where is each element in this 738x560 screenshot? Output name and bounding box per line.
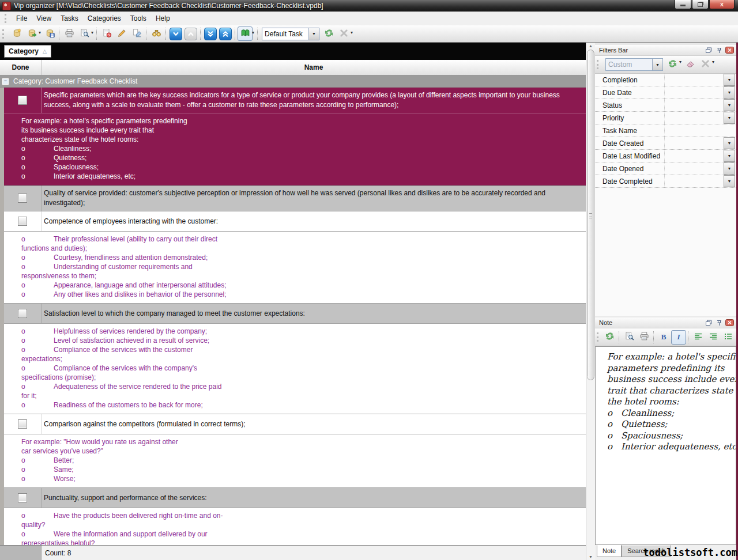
- note-print-preview-button[interactable]: [622, 330, 637, 345]
- bullet-list-button[interactable]: [721, 330, 736, 345]
- scroll-up-icon[interactable]: ▲: [586, 44, 595, 48]
- italic-button[interactable]: I: [671, 330, 686, 345]
- task-checkbox[interactable]: [18, 96, 27, 105]
- minimize-button[interactable]: [675, 0, 691, 9]
- refresh-note-button[interactable]: [602, 330, 617, 345]
- category-group-row[interactable]: − Category: Customer Feedback Checklist: [0, 75, 586, 88]
- dropdown-caret[interactable]: ▾: [252, 30, 254, 35]
- filter-dropdown-button[interactable]: ▼: [724, 137, 735, 149]
- task-note[interactable]: For example: "How would you rate us agai…: [4, 434, 586, 488]
- filter-dropdown-button[interactable]: ▼: [724, 175, 735, 187]
- task-template-combo[interactable]: Default Task▼: [262, 28, 319, 40]
- task-row[interactable]: Competence of employees interacting with…: [4, 211, 586, 232]
- panel-close-icon[interactable]: [725, 319, 735, 327]
- close-button[interactable]: X: [709, 0, 735, 9]
- filter-dropdown-button[interactable]: ▼: [724, 74, 735, 86]
- scroll-down-icon[interactable]: ▼: [586, 555, 595, 559]
- print-button[interactable]: [62, 27, 77, 41]
- task-checkbox[interactable]: [18, 194, 27, 203]
- clear-template-button[interactable]: [336, 27, 351, 41]
- toolbar-overflow-caret[interactable]: ▾: [712, 59, 714, 65]
- apply-filter-button[interactable]: [665, 58, 680, 72]
- task-row[interactable]: Punctuality, support and performance of …: [4, 488, 586, 508]
- panel-close-icon[interactable]: [725, 47, 735, 54]
- toolbar-overflow-caret[interactable]: ▾: [351, 30, 353, 35]
- filter-dropdown-button[interactable]: ▼: [724, 86, 735, 99]
- filter-preset-combo[interactable]: Custom▼: [605, 58, 663, 71]
- filter-value-cell[interactable]: [664, 137, 724, 149]
- apply-template-button[interactable]: [321, 27, 336, 41]
- panel-pin-icon[interactable]: [714, 319, 724, 327]
- filter-value-cell[interactable]: [664, 175, 724, 187]
- filter-value-cell[interactable]: [664, 124, 736, 137]
- task-row[interactable]: Comparison against the competitors (form…: [4, 414, 586, 434]
- filter-value-cell[interactable]: [664, 99, 724, 111]
- task-checkbox[interactable]: [18, 217, 27, 226]
- print-preview-icon: [80, 28, 89, 40]
- task-note[interactable]: oTheir professional level (ability to ca…: [4, 232, 586, 304]
- move-down-button[interactable]: [168, 27, 183, 41]
- align-right-button[interactable]: [706, 330, 721, 345]
- dropdown-caret[interactable]: ▾: [39, 30, 41, 35]
- move-to-bottom-button[interactable]: [203, 27, 218, 41]
- clear-filter-button[interactable]: [683, 58, 698, 72]
- notes-view-button[interactable]: [238, 27, 253, 41]
- move-to-top-button[interactable]: [218, 27, 233, 41]
- filter-value-cell[interactable]: [664, 150, 724, 162]
- task-checkbox[interactable]: [18, 493, 27, 502]
- save-database-button[interactable]: [42, 27, 57, 41]
- menu-file[interactable]: File: [12, 13, 32, 24]
- filter-dropdown-button[interactable]: ▼: [724, 99, 735, 111]
- task-checkbox[interactable]: [18, 419, 27, 429]
- move-up-button[interactable]: [183, 27, 198, 41]
- menu-categories[interactable]: Categories: [83, 13, 126, 24]
- task-note[interactable]: For example: a hotel's specific paramete…: [4, 113, 586, 186]
- note-line-text: Appearance, language and other interpers…: [54, 281, 227, 290]
- vertical-scrollbar[interactable]: ▲ ▼: [586, 43, 595, 560]
- filter-dropdown-button[interactable]: ▼: [724, 162, 735, 175]
- panel-pin-icon[interactable]: [714, 47, 724, 54]
- task-note[interactable]: oHelpfulness of services rendered by the…: [4, 324, 586, 414]
- menu-tools[interactable]: Tools: [126, 13, 151, 24]
- task-checkbox[interactable]: [18, 309, 27, 318]
- filter-value-cell[interactable]: [664, 86, 724, 99]
- open-database-button[interactable]: [24, 27, 39, 41]
- task-note[interactable]: oHave the products been delivered right …: [4, 508, 586, 545]
- scrollbar-thumb[interactable]: [587, 50, 594, 380]
- delete-filter-button[interactable]: [698, 58, 713, 72]
- chevron-down-icon[interactable]: ▼: [308, 28, 319, 40]
- note-print-button[interactable]: [637, 330, 652, 345]
- group-by-category-button[interactable]: Category △: [4, 45, 51, 58]
- new-task-button[interactable]: [99, 27, 114, 41]
- menu-help[interactable]: Help: [151, 13, 175, 24]
- menu-view[interactable]: View: [32, 13, 56, 24]
- dropdown-caret[interactable]: ▾: [91, 30, 93, 35]
- find-button[interactable]: [149, 27, 164, 41]
- restore-button[interactable]: [692, 0, 709, 9]
- chevron-down-icon[interactable]: ▼: [652, 59, 662, 70]
- align-left-button[interactable]: [691, 330, 706, 345]
- collapse-icon[interactable]: −: [2, 78, 9, 85]
- note-editor[interactable]: For example: a hotel's specificparameter…: [595, 346, 736, 545]
- filter-value-cell[interactable]: [664, 112, 724, 124]
- menu-tasks[interactable]: Tasks: [56, 13, 83, 24]
- column-header-name[interactable]: Name: [42, 60, 586, 75]
- column-header-done[interactable]: Done: [0, 60, 42, 75]
- delete-task-button[interactable]: [129, 27, 144, 41]
- dropdown-caret[interactable]: ▾: [679, 59, 681, 65]
- note-bullet: o: [21, 345, 54, 354]
- tab-note[interactable]: Note: [597, 545, 622, 557]
- panel-restore-icon[interactable]: [704, 47, 714, 54]
- task-row[interactable]: Satisfaction level to which the company …: [4, 304, 586, 324]
- new-database-button[interactable]: [9, 27, 24, 41]
- bold-button[interactable]: B: [656, 330, 671, 345]
- task-row[interactable]: Specific parameters which are the key su…: [4, 88, 586, 113]
- filter-dropdown-button[interactable]: ▼: [724, 112, 735, 124]
- filter-dropdown-button[interactable]: ▼: [724, 150, 735, 162]
- task-row[interactable]: Quality of service provided: customer's …: [4, 186, 586, 211]
- filter-value-cell[interactable]: [664, 162, 724, 175]
- panel-restore-icon[interactable]: [704, 319, 714, 327]
- edit-task-button[interactable]: [114, 27, 129, 41]
- print-preview-button[interactable]: [77, 27, 92, 41]
- filter-value-cell[interactable]: [664, 74, 724, 86]
